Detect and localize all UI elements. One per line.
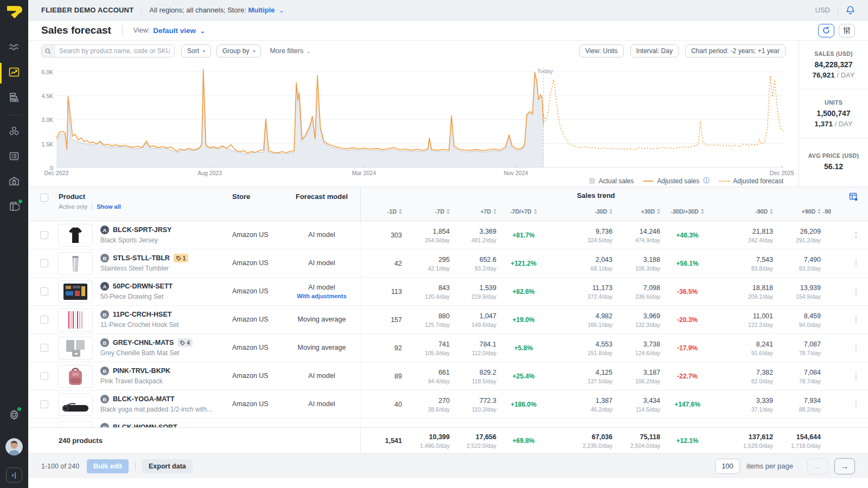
- table-row[interactable]: BPINK-TRVL-BKPKPink Travel BackpackAmazo…: [28, 362, 868, 390]
- with-adjustments-link[interactable]: With adjustments: [283, 293, 360, 299]
- currency-label[interactable]: USD: [815, 6, 830, 14]
- row-checkbox[interactable]: [40, 316, 48, 324]
- tag-badge[interactable]: 4: [177, 338, 193, 347]
- row-menu-kebab-icon[interactable]: ⋮: [851, 286, 861, 296]
- products-table: Product Active only Show all Store Forec…: [28, 187, 868, 453]
- sidebar-item-trends[interactable]: [0, 36, 28, 61]
- sort-column--7D/+7D[interactable]: -7D/+7D: [499, 206, 551, 217]
- product-code[interactable]: 50PC-DRWN-SETT: [113, 282, 173, 290]
- interval-chip[interactable]: Interval: Day: [630, 44, 679, 57]
- refresh-button[interactable]: [818, 24, 834, 37]
- show-all-link[interactable]: Show all: [97, 203, 121, 210]
- per-day-value: 236.6/day: [635, 293, 660, 300]
- row-menu-kebab-icon[interactable]: ⋮: [851, 314, 861, 324]
- group-by-dropdown[interactable]: Group by▾: [216, 44, 261, 57]
- table-row[interactable]: A50PC-DRWN-SETT50-Piece Drawing SetAmazo…: [28, 278, 868, 306]
- row-menu-kebab-icon[interactable]: ⋮: [851, 343, 861, 352]
- tag-badge[interactable]: 1: [174, 254, 189, 262]
- product-search[interactable]: [41, 44, 175, 57]
- sort-column--1D[interactable]: -1D: [361, 206, 404, 217]
- flieber-logo-icon: [5, 4, 23, 20]
- sidebar-item-inventory[interactable]: [0, 86, 28, 111]
- sort-column--7D[interactable]: -7D: [404, 206, 452, 217]
- column-label: -7D: [435, 208, 444, 215]
- scope-selector[interactable]: All regions; all channels; Store: Multip…: [149, 6, 284, 14]
- per-day-value: 149.6/day: [471, 322, 496, 328]
- view-selector[interactable]: Default view ⌄: [153, 27, 205, 35]
- product-code[interactable]: STLS-STLL-TBLR: [113, 254, 170, 262]
- sidebar-item-sales-forecast[interactable]: [0, 61, 28, 86]
- search-input[interactable]: [55, 47, 174, 55]
- items-per-page-label: items per page: [746, 462, 793, 470]
- row-menu-kebab-icon[interactable]: ⋮: [851, 399, 861, 409]
- sort-column-+30D[interactable]: +30D: [615, 206, 662, 217]
- sales-chart: 01.5K3.0K4.5K6.0K Dec 2022Aug 2023Mar 20…: [28, 61, 799, 187]
- sales-chart-svg[interactable]: [56, 67, 783, 168]
- active-only-label[interactable]: Active only: [59, 203, 87, 210]
- flieber-logo[interactable]: [0, 0, 28, 24]
- page-size-input[interactable]: 100: [715, 459, 740, 474]
- trend-cell--30D: 9,736324.5/day: [551, 221, 615, 249]
- sort-column-+7D[interactable]: +7D: [452, 206, 499, 217]
- bulk-edit-button[interactable]: Bulk edit: [87, 459, 129, 473]
- sort-column--90D[interactable]: -90D: [714, 206, 775, 217]
- column-settings-icon[interactable]: [849, 192, 858, 203]
- row-checkbox[interactable]: [40, 372, 48, 380]
- row-menu-kebab-icon[interactable]: ⋮: [851, 258, 861, 268]
- row-checkbox[interactable]: [40, 231, 48, 239]
- row-menu-kebab-icon[interactable]: ⋮: [851, 371, 861, 381]
- notifications-bell-icon[interactable]: [846, 5, 855, 15]
- product-code[interactable]: 11PC-CRCH-HSET: [113, 311, 171, 318]
- per-day-value: 46.2/day: [591, 406, 612, 413]
- legend-item[interactable]: Actual sales: [589, 177, 634, 185]
- product-code[interactable]: BLCK-SPRT-JRSY: [113, 226, 171, 234]
- percent-change: +82.6%: [512, 288, 534, 296]
- sidebar-item-suppliers[interactable]: [0, 195, 28, 220]
- chart-settings-button[interactable]: [839, 24, 855, 37]
- legend-item[interactable]: Adjusted salesⓘ: [643, 176, 710, 185]
- sidebar-nav: [0, 24, 28, 220]
- view-units-chip[interactable]: View: Units: [579, 44, 624, 57]
- product-code[interactable]: BLCK-YOGA-MATT: [113, 395, 175, 403]
- table-row[interactable]: ABLCK-SPRT-JRSYBlack Sports JerseyAmazon…: [28, 221, 868, 249]
- sort-column--90D/+90D[interactable]: -90D/+90D: [823, 206, 831, 217]
- sidebar-item-products[interactable]: [0, 120, 28, 145]
- row-checkbox[interactable]: [40, 400, 48, 408]
- table-row[interactable]: BSTLS-STLL-TBLR1Stainless Steel TumblerA…: [28, 249, 868, 278]
- sort-column--30D[interactable]: -30D: [551, 206, 615, 217]
- product-code[interactable]: GREY-CHNL-MATS: [113, 339, 174, 346]
- sort-icon: [818, 209, 821, 214]
- avatar[interactable]: [5, 438, 23, 455]
- row-checkbox[interactable]: [40, 287, 48, 296]
- sidebar-expand-button[interactable]: ›|: [6, 467, 22, 483]
- row-checkbox[interactable]: [40, 259, 48, 267]
- next-page-button[interactable]: →: [834, 458, 855, 474]
- product-code[interactable]: PINK-TRVL-BKPK: [113, 367, 170, 375]
- prev-page-button[interactable]: ←: [807, 458, 828, 474]
- table-row[interactable]: B11PC-CRCH-HSET11-Piece Crochet Hook Set…: [28, 306, 868, 334]
- sidebar-item-orders[interactable]: [0, 145, 28, 170]
- sidebar-item-settings[interactable]: [0, 403, 28, 428]
- export-data-button[interactable]: Export data: [142, 459, 193, 473]
- row-menu-kebab-icon[interactable]: ⋮: [851, 230, 861, 240]
- chart-period-chip[interactable]: Chart period: -2 years; +1 year: [685, 44, 786, 57]
- trend-cell--30D: 4,982166.1/day: [551, 306, 615, 334]
- per-day-value: 78.7/day: [799, 350, 821, 356]
- select-all-checkbox[interactable]: [40, 194, 48, 202]
- sort-column--30D/+30D[interactable]: -30D/+30D: [662, 206, 714, 217]
- info-icon[interactable]: ⓘ: [703, 176, 710, 185]
- legend-item[interactable]: Adjusted forecast: [719, 177, 783, 185]
- sidebar-item-warehouse[interactable]: [0, 170, 28, 195]
- table-row[interactable]: BGREY-CHNL-MATS4Grey Chenille Bath Mat S…: [28, 334, 868, 362]
- table-row[interactable]: BBLCK-YOGA-MATTBlack yoga mat padded 1/2…: [28, 390, 868, 419]
- more-filters-link[interactable]: More filters⌄: [270, 47, 310, 55]
- trend-cell-+7D: 784.1112.0/day: [452, 334, 499, 362]
- sort-column-+90D[interactable]: +90D: [775, 206, 823, 217]
- trend-cell--30D/+30D: -20.3%: [662, 306, 714, 334]
- row-checkbox[interactable]: [40, 344, 48, 352]
- x-tick-label: Aug 2023: [197, 170, 222, 176]
- trend-cell--7D/+7D: +81.7%: [499, 221, 551, 249]
- sort-dropdown[interactable]: Sort▾: [181, 44, 211, 57]
- view-label: View:: [133, 27, 150, 34]
- forecast-model-cell: AI model: [283, 400, 360, 408]
